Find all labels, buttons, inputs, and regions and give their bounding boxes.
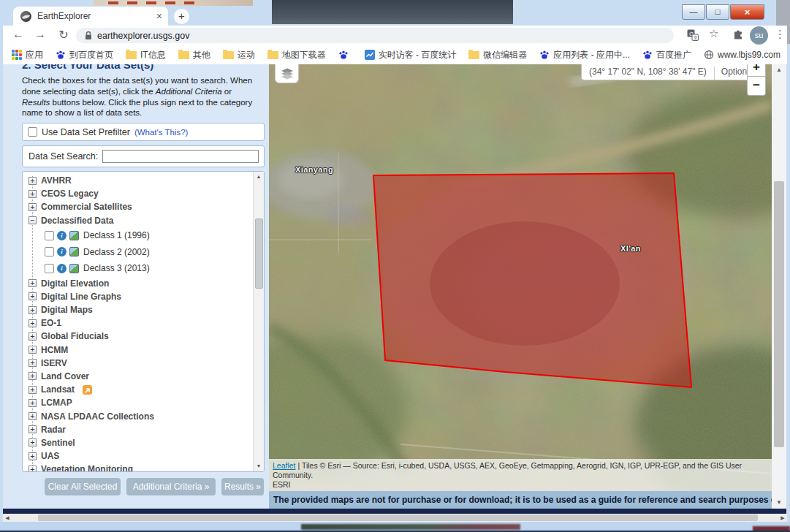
bookmark-folder-other[interactable]: 其他 (178, 49, 210, 61)
forward-icon[interactable]: → (32, 28, 48, 41)
bookmark-folder-wechat[interactable]: 微信编辑器 (468, 49, 527, 61)
window-close-button[interactable]: × (730, 4, 764, 20)
tree-category-commercial[interactable]: +Commercial Satellites (23, 200, 264, 213)
tree-category-landsat[interactable]: +Landsat (23, 383, 264, 396)
landsat-notice-icon[interactable] (83, 385, 92, 395)
zoom-in-button[interactable]: + (747, 64, 766, 77)
address-bar[interactable]: earthexplorer.usgs.gov (76, 28, 674, 43)
whats-this-link[interactable]: (What's This?) (134, 128, 189, 137)
footprint-icon[interactable] (69, 264, 79, 273)
tree-category-digital-maps[interactable]: +Digital Maps (23, 303, 264, 316)
window-minimize-button[interactable]: — (682, 4, 705, 20)
tab-close-icon[interactable]: × (156, 11, 162, 21)
bookmark-baidu[interactable] (338, 50, 352, 60)
horizontal-scrollbar[interactable]: ◀ ▶ (3, 514, 787, 522)
expand-icon[interactable]: + (29, 279, 37, 287)
collapse-icon[interactable]: − (29, 216, 37, 224)
info-icon[interactable]: i (57, 247, 67, 256)
vertical-scrollbar-thumb[interactable] (774, 181, 784, 447)
expand-icon[interactable]: + (29, 203, 37, 211)
dataset-checkbox[interactable] (45, 247, 54, 256)
expand-icon[interactable]: + (29, 452, 37, 460)
leaflet-link[interactable]: Leaflet (273, 461, 296, 470)
bookmark-folder-sports[interactable]: 运动 (223, 49, 255, 61)
refresh-icon[interactable]: ↻ (56, 28, 72, 42)
leaflet-map[interactable]: Xianyang XI'an (34° 17' 02" N, 108° 38' … (269, 64, 772, 491)
extensions-puzzle-icon[interactable] (732, 29, 744, 44)
satellite-map-tiles[interactable] (269, 64, 772, 491)
profile-avatar[interactable]: su (750, 26, 768, 45)
bookmark-apps[interactable]: 应用 (12, 49, 43, 61)
browser-tab[interactable]: EarthExplorer × (13, 7, 168, 26)
tree-category-radar[interactable]: +Radar (23, 423, 264, 436)
additional-criteria-button[interactable]: Additional Criteria » (126, 478, 216, 495)
horizontal-scrollbar-thumb[interactable] (38, 514, 758, 521)
layers-control-button[interactable] (275, 64, 299, 83)
tree-category-avhrr[interactable]: +AVHRR (23, 174, 264, 187)
expand-icon[interactable]: + (29, 306, 37, 314)
back-icon[interactable]: ← (10, 28, 26, 41)
zoom-out-button[interactable]: − (747, 77, 766, 96)
tree-scrollbar[interactable]: ▲ ▼ (253, 172, 264, 471)
browser-menu-icon[interactable]: ⋮ (775, 28, 786, 41)
tree-category-lcmap[interactable]: +LCMAP (23, 396, 264, 409)
expand-icon[interactable]: + (29, 177, 37, 185)
scroll-right-icon[interactable]: ▶ (778, 514, 787, 522)
expand-icon[interactable]: + (29, 438, 37, 446)
tree-category-hcmm[interactable]: +HCMM (23, 343, 264, 356)
tree-category-uas[interactable]: +UAS (23, 449, 264, 463)
data-set-search-input[interactable] (102, 150, 259, 163)
tree-category-declassified[interactable]: −Declassified Data (23, 214, 264, 227)
info-icon[interactable]: i (57, 264, 67, 273)
expand-icon[interactable]: + (29, 346, 37, 354)
prefilter-checkbox[interactable] (28, 127, 37, 137)
expand-icon[interactable]: + (29, 359, 37, 367)
expand-icon[interactable]: + (29, 425, 37, 433)
scroll-down-icon[interactable]: ▼ (772, 497, 786, 509)
clear-all-selected-button[interactable]: Clear All Selected (45, 478, 121, 495)
results-button[interactable]: Results » (221, 478, 264, 495)
translate-icon[interactable]: G 文 (687, 29, 699, 44)
expand-icon[interactable]: + (29, 386, 37, 394)
dataset-checkbox[interactable] (45, 231, 54, 240)
info-icon[interactable]: i (57, 231, 67, 240)
tree-category-digital-elevation[interactable]: +Digital Elevation (23, 277, 264, 290)
bookmark-baidu-home[interactable]: 到百度首页 (56, 49, 113, 61)
expand-icon[interactable]: + (29, 466, 37, 472)
scroll-up-icon[interactable]: ▲ (254, 172, 264, 182)
tree-category-ceos[interactable]: +CEOS Legacy (23, 187, 264, 200)
expand-icon[interactable]: + (29, 372, 37, 380)
bookmark-folder-it[interactable]: IT信息 (126, 49, 166, 61)
expand-icon[interactable]: + (29, 292, 37, 300)
scroll-down-icon[interactable]: ▼ (254, 461, 264, 471)
bookmark-folder-mapdl[interactable]: 地图下载器 (267, 49, 326, 61)
new-tab-button[interactable]: + (174, 9, 189, 24)
tree-category-iserv[interactable]: +ISERV (23, 357, 264, 370)
tree-category-sentinel[interactable]: +Sentinel (23, 436, 264, 449)
tree-category-digital-line-graphs[interactable]: +Digital Line Graphs (23, 290, 264, 303)
expand-icon[interactable]: + (29, 412, 37, 420)
bookmark-star-icon[interactable]: ☆ (709, 27, 718, 40)
window-maximize-button[interactable]: □ (706, 4, 729, 20)
scroll-left-icon[interactable]: ◀ (3, 514, 12, 522)
expand-icon[interactable]: + (29, 332, 37, 341)
tree-dataset-declass2[interactable]: iDeclass 2 (2002) (23, 243, 264, 260)
tree-dataset-declass3[interactable]: iDeclass 3 (2013) (23, 260, 264, 277)
footprint-icon[interactable] (69, 247, 79, 256)
bookmark-baidu-promo[interactable]: 百度推广 (642, 49, 691, 61)
tree-dataset-declass1[interactable]: iDeclass 1 (1996) (23, 227, 264, 244)
expand-icon[interactable]: + (29, 190, 37, 198)
footprint-icon[interactable] (69, 231, 79, 240)
tree-category-eo1[interactable]: +EO-1 (23, 316, 264, 330)
tree-category-land-cover[interactable]: +Land Cover (23, 370, 264, 383)
expand-icon[interactable]: + (29, 319, 37, 327)
vertical-scrollbar[interactable]: ▲ ▼ (772, 64, 786, 509)
tree-category-vegetation[interactable]: +Vegetation Monitoring (23, 463, 264, 472)
tree-category-nasa-lpdaac[interactable]: +NASA LPDAAC Collections (23, 409, 264, 422)
bookmark-baidu-stats[interactable]: 实时访客 - 百度统计 (365, 49, 457, 61)
dataset-checkbox[interactable] (45, 264, 54, 273)
bookmark-lbjs99[interactable]: www.lbjs99.com (704, 50, 780, 60)
tree-scrollbar-thumb[interactable] (255, 218, 263, 289)
scroll-up-icon[interactable]: ▲ (772, 64, 786, 76)
expand-icon[interactable]: + (29, 399, 37, 407)
